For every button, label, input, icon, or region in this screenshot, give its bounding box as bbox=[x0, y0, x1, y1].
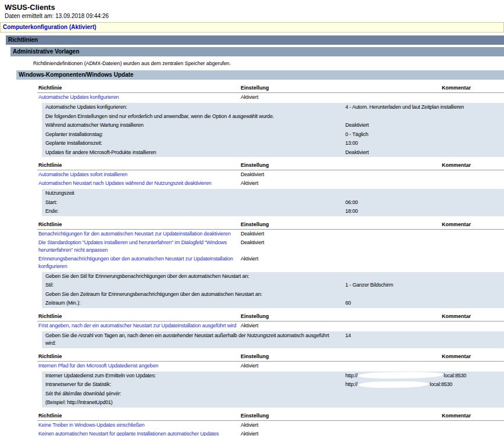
policy-setting: Aktiviert bbox=[240, 93, 441, 102]
policy-table: Richtlinie Einstellung Kommentar Automat… bbox=[37, 84, 504, 102]
policy-table: Richtlinie Einstellung Kommentar Interne… bbox=[37, 352, 504, 370]
column-header-richtlinie: Richtlinie bbox=[37, 412, 240, 421]
policy-table: Richtlinie Einstellung Kommentar Keine T… bbox=[37, 412, 504, 436]
column-header-kommentar: Kommentar bbox=[441, 312, 504, 321]
detail-row: Nutzungszeit bbox=[42, 189, 504, 198]
policy-comment bbox=[441, 361, 504, 370]
detail-value bbox=[342, 290, 504, 299]
policy-row: Frist angeben, nach der ein automatische… bbox=[37, 321, 504, 330]
column-header-richtlinie: Richtlinie bbox=[37, 220, 240, 230]
gpo-report: WSUS-Clients Daten ermittelt am: 13.09.2… bbox=[0, 0, 504, 436]
policy-table: Richtlinie Einstellung Kommentar Automat… bbox=[37, 161, 504, 188]
policy-setting: Aktiviert bbox=[240, 255, 441, 271]
column-header-einstellung: Einstellung bbox=[240, 84, 441, 93]
admin-vorlagen-header[interactable]: Administrative Vorlagen bbox=[10, 47, 504, 56]
detail-row: Updates für andere Microsoft-Produkte in… bbox=[42, 148, 504, 158]
policy-setting: Aktiviert bbox=[240, 420, 441, 430]
detail-value bbox=[342, 389, 504, 399]
windows-update-header[interactable]: Windows-Komponenten/Windows Update bbox=[16, 70, 504, 80]
policy-link[interactable]: Keine Treiber in Windows-Updates einschl… bbox=[37, 420, 240, 430]
detail-value bbox=[342, 189, 504, 198]
detail-label: Geplanter Installationstag: bbox=[42, 130, 342, 140]
policy-link[interactable]: Internen Pfad für den Microsoft Updatedi… bbox=[37, 361, 240, 370]
url-prefix: http:// bbox=[345, 373, 358, 378]
detail-row: Geplanter Installationstag: 0 - Täglich bbox=[42, 130, 504, 140]
detail-value: 0 - Täglich bbox=[342, 130, 504, 140]
policy-setting: Aktiviert bbox=[240, 321, 441, 330]
policy-link[interactable]: Frist angeben, nach der ein automatische… bbox=[37, 321, 240, 330]
detail-label: Interner Updatedienst zum Ermitteln von … bbox=[42, 371, 342, 381]
policy-header-row: Richtlinie Einstellung Kommentar bbox=[37, 84, 504, 93]
policy-link[interactable]: Keinen automatischen Neustart für geplan… bbox=[37, 430, 240, 436]
detail-row: Die folgenden Einstellungen sind nur erf… bbox=[42, 112, 504, 121]
computer-config-banner[interactable]: Computerkonfiguration (Aktiviert) bbox=[0, 22, 504, 33]
detail-label: Geben Sie den Stil für Erinnerungsbenach… bbox=[42, 272, 342, 281]
policy-header-row: Richtlinie Einstellung Kommentar bbox=[37, 220, 504, 230]
policy-setting: Deaktiviert bbox=[240, 229, 441, 238]
detail-table: Geben Sie die Anzahl von Tagen an, nach … bbox=[42, 331, 504, 348]
detail-row: Geben Sie den Zeitraum für Erinnerungsbe… bbox=[42, 290, 504, 299]
detail-row: Start: 06:00 bbox=[42, 198, 504, 208]
detail-row: Sét thé áltérnâte döwnlöàd şérvér: bbox=[42, 389, 504, 399]
detail-label: Start: bbox=[42, 198, 342, 208]
detail-value: Deaktiviert bbox=[342, 148, 504, 158]
policy-comment bbox=[441, 321, 504, 330]
policy-row: Erinnerungsbenachrichtigungen über den a… bbox=[37, 255, 504, 271]
column-header-einstellung: Einstellung bbox=[240, 352, 441, 362]
detail-row: Intranetserver für die Statistik: http:/… bbox=[42, 380, 504, 389]
column-header-einstellung: Einstellung bbox=[240, 161, 441, 170]
column-header-einstellung: Einstellung bbox=[240, 412, 441, 421]
policy-comment bbox=[441, 420, 504, 430]
column-header-kommentar: Kommentar bbox=[441, 84, 504, 93]
detail-row: Zeitraum (Min.): 60 bbox=[42, 299, 504, 308]
policy-link[interactable]: Automatische Updates konfigurieren bbox=[37, 93, 240, 102]
policy-row: Keinen automatischen Neustart für geplan… bbox=[37, 430, 504, 436]
detail-label: Ende: bbox=[42, 207, 342, 216]
policy-comment bbox=[441, 179, 504, 188]
detail-label: Geplante Installationszeit: bbox=[42, 139, 342, 148]
policy-setting: Aktiviert bbox=[240, 430, 441, 436]
policy-comment bbox=[441, 229, 504, 238]
detail-label: Geben Sie den Zeitraum für Erinnerungsbe… bbox=[42, 290, 342, 299]
page-title: WSUS-Clients bbox=[0, 0, 504, 12]
detail-label: Automatische Updates konfigurieren: bbox=[42, 103, 342, 112]
detail-row: Stil: 1 - Ganzer Bildschirm bbox=[42, 281, 504, 290]
policy-comment bbox=[441, 238, 504, 255]
detail-value: 06:00 bbox=[342, 198, 504, 208]
policy-row: Automatische Updates sofort installieren… bbox=[37, 170, 504, 180]
detail-row: Geplante Installationszeit: 13:00 bbox=[42, 139, 504, 148]
detail-label: Stil: bbox=[42, 281, 342, 290]
policy-setting: Deaktiviert bbox=[240, 170, 441, 180]
detail-value: 1 - Ganzer Bildschirm bbox=[342, 281, 504, 290]
url-suffix: local:8530 bbox=[444, 373, 466, 378]
policy-link[interactable]: Automatische Updates sofort installieren bbox=[37, 170, 240, 180]
policy-link[interactable]: Automatischen Neustart nach Updates währ… bbox=[37, 179, 240, 188]
detail-value: Deaktiviert bbox=[342, 121, 504, 130]
richtlinien-header[interactable]: Richtlinien bbox=[6, 35, 504, 45]
detail-label: (Beispiel: http://IntranetUpd01) bbox=[42, 398, 342, 408]
detail-value: 13:00 bbox=[342, 139, 504, 148]
policy-comment bbox=[441, 170, 504, 180]
policy-header-row: Richtlinie Einstellung Kommentar bbox=[37, 412, 504, 421]
detail-row: Während automatischer Wartung installier… bbox=[42, 121, 504, 130]
column-header-kommentar: Kommentar bbox=[441, 352, 504, 362]
admx-note: Richtliniendefinitionen (ADMX-Dateien) w… bbox=[33, 60, 504, 66]
detail-table: Automatische Updates konfigurieren: 4 - … bbox=[42, 103, 504, 157]
detail-label: Zeitraum (Min.): bbox=[42, 299, 342, 308]
policy-link[interactable]: Erinnerungsbenachrichtigungen über den a… bbox=[37, 255, 240, 271]
policy-table: Richtlinie Einstellung Kommentar Benachr… bbox=[37, 220, 504, 271]
detail-value: 60 bbox=[342, 299, 504, 308]
policy-header-row: Richtlinie Einstellung Kommentar bbox=[37, 312, 504, 321]
detail-label: Sét thé áltérnâte döwnlöàd şérvér: bbox=[42, 389, 342, 399]
generated-date: Daten ermittelt am: 13.09.2018 09:44:26 bbox=[0, 12, 504, 22]
policy-row: Automatische Updates konfigurieren Aktiv… bbox=[37, 93, 504, 102]
policy-link[interactable]: Benachrichtigungen für den automatischen… bbox=[37, 229, 240, 238]
policy-setting: Aktiviert bbox=[240, 179, 441, 188]
detail-label: Nutzungszeit bbox=[42, 189, 342, 198]
detail-label: Updates für andere Microsoft-Produkte in… bbox=[42, 148, 342, 158]
policy-setting: Deaktiviert bbox=[240, 238, 441, 255]
detail-row: Geben Sie den Stil für Erinnerungsbenach… bbox=[42, 272, 504, 281]
detail-table: Geben Sie den Stil für Erinnerungsbenach… bbox=[42, 272, 504, 308]
detail-label: Geben Sie die Anzahl von Tagen an, nach … bbox=[42, 331, 342, 348]
policy-link[interactable]: Die Standardoption "Updates installieren… bbox=[37, 238, 240, 255]
